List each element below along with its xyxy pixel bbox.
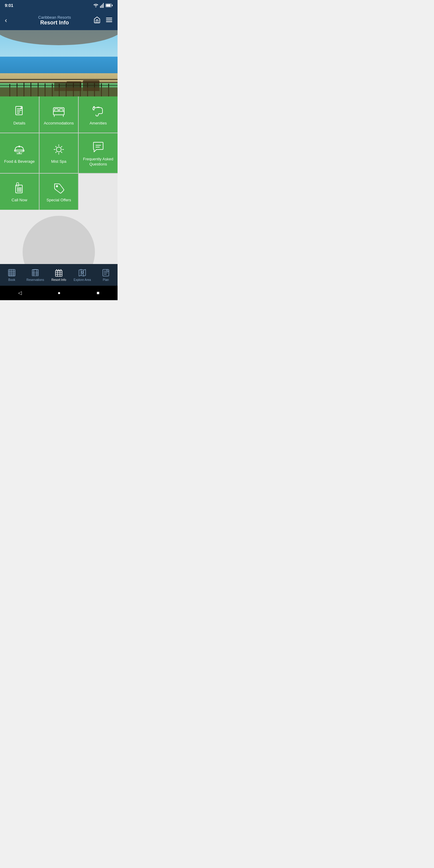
resort-info-icon (55, 269, 63, 277)
food-label: Food & Beverage (4, 159, 35, 164)
book-icon (7, 269, 16, 277)
offers-label: Special Offers (46, 198, 71, 203)
grid-item-faq[interactable]: Frequently AskedQuestions (79, 133, 118, 173)
home-icon[interactable] (93, 16, 101, 25)
svg-point-40 (19, 188, 20, 188)
wifi-icon (93, 4, 98, 7)
svg-point-43 (19, 189, 20, 190)
status-icons (93, 3, 113, 8)
header-actions (93, 16, 113, 25)
bottom-nav: Book Reservations Resort Info (0, 264, 118, 286)
details-label: Details (13, 121, 25, 126)
grid-empty (79, 174, 118, 210)
svg-rect-18 (59, 109, 63, 111)
grid-item-amenities[interactable]: Amenities (79, 96, 118, 133)
grid-item-accommodations[interactable]: Accommodations (39, 96, 79, 133)
back-button[interactable]: ‹ (5, 17, 16, 24)
svg-point-42 (18, 189, 18, 190)
grid-item-offers[interactable]: Special Offers (39, 174, 79, 210)
svg-rect-3 (102, 4, 103, 8)
android-nav-bar: ◁ ● ■ (0, 286, 118, 300)
svg-rect-16 (53, 111, 64, 115)
plan-nav-label: Plan (103, 278, 109, 281)
hero-image (0, 30, 118, 96)
document-icon (13, 104, 26, 118)
svg-point-41 (21, 188, 21, 188)
svg-marker-65 (79, 270, 86, 276)
svg-rect-7 (112, 5, 113, 6)
reservations-icon (31, 269, 39, 277)
bottom-decoration (0, 210, 118, 264)
grid-item-call[interactable]: Call Now (0, 174, 39, 210)
svg-point-68 (82, 271, 83, 273)
status-bar: 9:01 (0, 0, 118, 11)
tag-icon (52, 181, 65, 195)
header-main-title: Resort Info (16, 20, 93, 26)
android-home[interactable]: ● (58, 290, 61, 296)
book-nav-label: Book (8, 278, 16, 281)
grid-item-details[interactable]: Details (0, 96, 39, 133)
svg-point-44 (21, 189, 21, 190)
nav-resort-info[interactable]: Resort Info (47, 269, 70, 281)
svg-point-45 (18, 191, 18, 191)
svg-rect-2 (101, 5, 101, 8)
menu-grid: Details Accommodations Amenities (0, 96, 118, 210)
grid-item-food[interactable]: Food & Beverage (0, 133, 39, 173)
header: ‹ Caribbean Resorts Resort Info (0, 11, 118, 30)
svg-rect-1 (100, 6, 101, 8)
spa-label: Mist Spa (51, 159, 67, 164)
nav-explore[interactable]: Explore Area (70, 269, 94, 281)
call-label: Call Now (11, 198, 27, 203)
grid-item-spa[interactable]: Mist Spa (39, 133, 79, 173)
svg-point-47 (21, 191, 21, 191)
nav-book[interactable]: Book (0, 269, 24, 281)
svg-line-32 (56, 147, 56, 147)
svg-point-39 (18, 188, 18, 188)
svg-rect-60 (56, 271, 62, 276)
nav-plan[interactable]: Plan (94, 269, 118, 281)
svg-point-0 (96, 7, 96, 7)
menu-icon[interactable] (105, 16, 113, 25)
phone-icon (13, 181, 26, 195)
plan-icon (101, 269, 110, 277)
svg-rect-6 (106, 4, 111, 7)
svg-line-33 (61, 152, 62, 153)
svg-rect-4 (103, 3, 104, 8)
bed-icon (52, 104, 65, 118)
reservations-nav-label: Reservations (27, 278, 44, 281)
accommodations-label: Accommodations (44, 121, 74, 126)
decoration-circle (23, 216, 95, 264)
resort-info-nav-label: Resort Info (52, 278, 66, 281)
explore-nav-label: Explore Area (73, 278, 91, 281)
explore-icon (78, 269, 87, 277)
svg-line-34 (61, 147, 62, 147)
header-title: Caribbean Resorts Resort Info (16, 15, 93, 26)
nav-reservations[interactable]: Reservations (24, 269, 47, 281)
svg-point-48 (56, 186, 58, 187)
sun-icon (52, 143, 65, 156)
svg-point-27 (56, 147, 61, 152)
battery-icon (105, 4, 113, 7)
svg-line-35 (56, 152, 56, 153)
chat-icon (92, 141, 105, 154)
snorkel-icon (92, 104, 105, 118)
faq-label: Frequently AskedQuestions (83, 157, 113, 167)
amenities-label: Amenities (90, 121, 107, 126)
signal-icon (100, 3, 104, 8)
android-recents[interactable]: ■ (97, 290, 100, 296)
header-subtitle: Caribbean Resorts (16, 15, 93, 20)
android-back[interactable]: ◁ (18, 290, 22, 296)
svg-point-46 (19, 191, 20, 191)
food-icon (13, 143, 26, 156)
svg-rect-17 (55, 109, 58, 111)
time: 9:01 (5, 3, 13, 8)
